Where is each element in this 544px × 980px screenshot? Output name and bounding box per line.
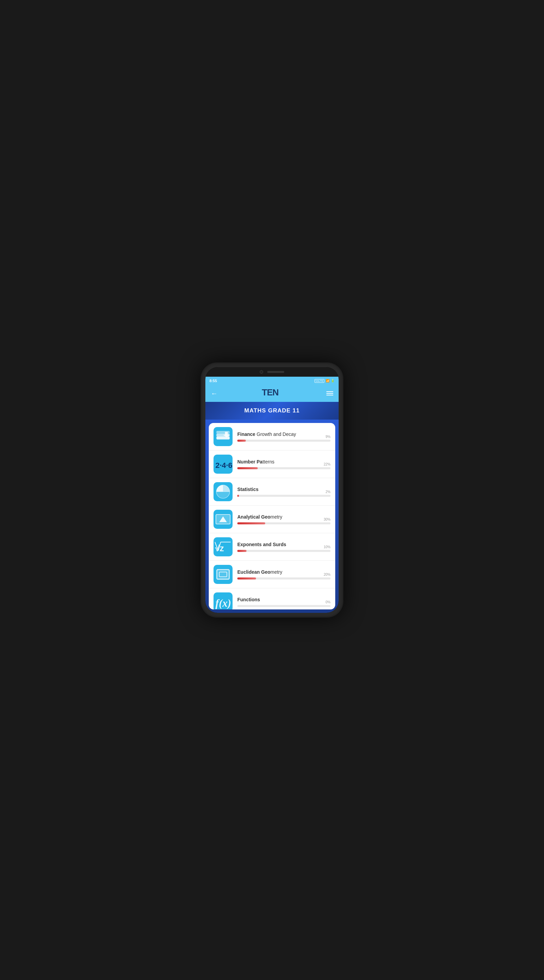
screen: 8:55 VoLTE 📶 🔋 ← TEN <box>205 377 339 613</box>
progress-label-number-patterns: 22% <box>324 463 330 466</box>
content-area: Finance Growth and Decay9% 2·4·6 Number … <box>205 420 339 613</box>
app-toolbar: ← TEN <box>205 385 339 402</box>
topic-info-analytical-geometry: Analytical Geometry30% <box>237 514 330 524</box>
phone-device: 8:55 VoLTE 📶 🔋 ← TEN <box>201 363 343 617</box>
topic-item-finance[interactable]: Finance Growth and Decay9% <box>209 423 335 450</box>
progress-container-number-patterns: 22% <box>237 467 330 469</box>
progress-label-analytical-geometry: 30% <box>324 517 330 521</box>
topic-icon-euclidean-geometry <box>214 565 233 584</box>
topic-icon-exponents-surds: √z <box>214 537 233 556</box>
status-icons: VoLTE 📶 🔋 <box>314 379 335 383</box>
topic-item-functions[interactable]: f(x) Functions0% <box>209 588 335 609</box>
svg-rect-1 <box>216 437 230 439</box>
progress-label-statistics: 2% <box>326 490 330 494</box>
progress-bar-exponents-surds <box>237 550 246 552</box>
topic-name-finance: Finance Growth and Decay <box>237 431 330 437</box>
back-button[interactable]: ← <box>211 390 217 398</box>
app-logo: TEN <box>262 387 282 399</box>
menu-line-1 <box>327 391 333 392</box>
topic-icon-statistics <box>214 482 233 501</box>
progress-container-statistics: 2% <box>237 495 330 497</box>
svg-text:TEN: TEN <box>262 387 278 398</box>
volte-icon: VoLTE <box>314 379 324 383</box>
topic-name-analytical-geometry: Analytical Geometry <box>237 514 330 520</box>
earpiece <box>267 371 284 373</box>
menu-button[interactable] <box>327 391 333 395</box>
phone-top-hardware <box>205 367 339 377</box>
progress-label-finance: 9% <box>326 435 330 439</box>
topic-name-euclidean-geometry: Euclidean Geometry <box>237 569 330 575</box>
progress-container-finance: 9% <box>237 440 330 442</box>
svg-text:2·4·6: 2·4·6 <box>216 461 233 469</box>
phone-screen: 8:55 VoLTE 📶 🔋 ← TEN <box>205 367 339 613</box>
topic-info-finance: Finance Growth and Decay9% <box>237 431 330 442</box>
topic-item-statistics[interactable]: Statistics2% <box>209 478 335 506</box>
page-title: MATHS GRADE 11 <box>211 407 333 414</box>
svg-rect-14 <box>219 572 227 577</box>
topic-info-exponents-surds: Exponents and Surds10% <box>237 542 330 552</box>
progress-label-euclidean-geometry: 20% <box>324 573 330 576</box>
menu-line-2 <box>327 393 333 394</box>
status-bar: 8:55 VoLTE 📶 🔋 <box>205 377 339 385</box>
signal-icon: 📶 <box>326 379 330 382</box>
progress-bar-finance <box>237 440 246 442</box>
topic-icon-functions: f(x) <box>214 592 233 609</box>
topic-name-statistics: Statistics <box>237 487 330 492</box>
progress-container-exponents-surds: 10% <box>237 550 330 552</box>
svg-text:f(x): f(x) <box>216 598 231 609</box>
topic-info-statistics: Statistics2% <box>237 487 330 497</box>
front-camera <box>260 370 263 374</box>
topic-info-number-patterns: Number Patterns22% <box>237 459 330 469</box>
progress-label-exponents-surds: 10% <box>324 545 330 549</box>
progress-bar-euclidean-geometry <box>237 578 256 579</box>
topics-card: Finance Growth and Decay9% 2·4·6 Number … <box>209 423 335 609</box>
topic-name-functions: Functions <box>237 597 330 602</box>
progress-container-euclidean-geometry: 20% <box>237 578 330 579</box>
progress-bar-statistics <box>237 495 239 497</box>
topic-icon-finance <box>214 427 233 446</box>
progress-bar-analytical-geometry <box>237 522 265 524</box>
topic-icon-number-patterns: 2·4·6 <box>214 455 233 474</box>
progress-label-functions: 0% <box>326 600 330 604</box>
topic-name-number-patterns: Number Patterns <box>237 459 330 465</box>
progress-container-analytical-geometry: 30% <box>237 522 330 524</box>
title-banner: MATHS GRADE 11 <box>205 402 339 420</box>
battery-icon: 🔋 <box>331 379 335 382</box>
status-time: 8:55 <box>209 379 217 383</box>
topic-item-analytical-geometry[interactable]: Analytical Geometry30% <box>209 506 335 533</box>
menu-line-3 <box>327 395 333 395</box>
topic-icon-analytical-geometry <box>214 510 233 529</box>
progress-bar-number-patterns <box>237 467 258 469</box>
topic-item-exponents-surds[interactable]: √z Exponents and Surds10% <box>209 533 335 561</box>
progress-container-functions: 0% <box>237 605 330 607</box>
topic-info-euclidean-geometry: Euclidean Geometry20% <box>237 569 330 579</box>
topic-info-functions: Functions0% <box>237 597 330 607</box>
topic-item-euclidean-geometry[interactable]: Euclidean Geometry20% <box>209 561 335 588</box>
topic-name-exponents-surds: Exponents and Surds <box>237 542 330 547</box>
topic-item-number-patterns[interactable]: 2·4·6 Number Patterns22% <box>209 450 335 478</box>
